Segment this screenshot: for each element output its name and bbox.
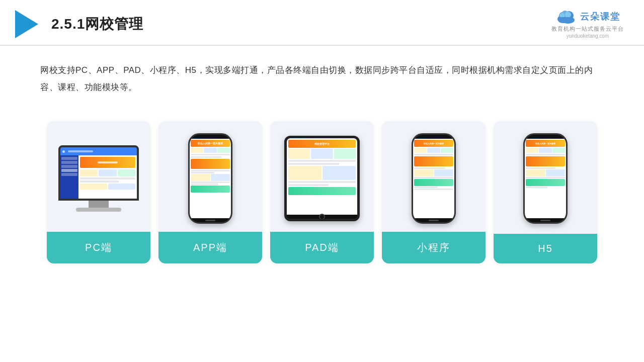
- header: 2.5.1网校管理 云朵课堂 教育机构一站式服务云平台 yunduoketang…: [0, 0, 644, 46]
- cloud-logo-container: 云朵课堂: [555, 9, 620, 24]
- pad-tablet-frame: 网校管理平台: [284, 136, 360, 221]
- app-image-area: 职达人的第一堂兴趣课: [158, 121, 262, 232]
- app-label: APP端: [158, 232, 262, 263]
- pc-image-area: [47, 121, 150, 232]
- device-card-miniprogram: 职达人的第一堂兴趣课: [382, 121, 486, 263]
- brand-url: yunduoketang.com: [567, 33, 609, 39]
- app-phone-frame: 职达人的第一堂兴趣课: [188, 133, 232, 224]
- device-card-h5: 职达人的第一堂兴趣课: [494, 121, 597, 263]
- pad-image-area: 网校管理平台: [270, 121, 374, 232]
- description-content: 网校支持PC、APP、PAD、小程序、H5，实现多端打通，产品各终端自由切换，数…: [40, 65, 593, 92]
- monitor-stand: [89, 201, 109, 208]
- description-text: 网校支持PC、APP、PAD、小程序、H5，实现多端打通，产品各终端自由切换，数…: [0, 46, 644, 101]
- device-card-pad: 网校管理平台: [270, 121, 374, 263]
- brand-logo: 云朵课堂 教育机构一站式服务云平台 yunduoketang.com: [551, 9, 624, 39]
- pc-monitor-icon: [58, 145, 139, 212]
- header-left: 2.5.1网校管理: [15, 10, 143, 38]
- svg-point-6: [565, 12, 571, 18]
- brand-tagline: 教育机构一站式服务云平台: [551, 25, 624, 33]
- svg-rect-7: [559, 17, 573, 22]
- h5-phone-frame: 职达人的第一堂兴趣课: [523, 133, 568, 224]
- logo-triangle-icon: [15, 10, 38, 38]
- pad-label: PAD端: [270, 232, 374, 263]
- h5-image-area: 职达人的第一堂兴趣课: [494, 121, 597, 232]
- page-title: 2.5.1网校管理: [51, 15, 143, 34]
- h5-label: H5: [494, 234, 597, 263]
- miniprogram-image-area: 职达人的第一堂兴趣课: [382, 121, 486, 232]
- device-card-app: 职达人的第一堂兴趣课: [158, 121, 262, 263]
- monitor-base: [76, 208, 121, 212]
- miniprogram-phone-frame: 职达人的第一堂兴趣课: [412, 133, 456, 224]
- pc-label: PC端: [47, 232, 150, 263]
- cloud-icon: [555, 9, 577, 24]
- device-card-pc: PC端: [47, 121, 150, 263]
- device-cards-section: PC端 职达人的第一堂兴趣课: [0, 106, 644, 279]
- miniprogram-label: 小程序: [382, 232, 486, 263]
- brand-name: 云朵课堂: [580, 11, 620, 23]
